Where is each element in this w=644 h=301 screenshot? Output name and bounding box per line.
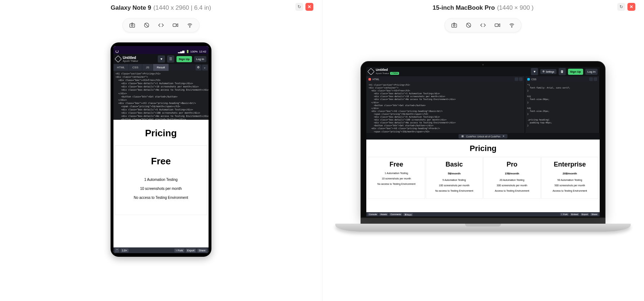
macbook-base: [335, 224, 631, 232]
share-button[interactable]: Share: [590, 213, 598, 216]
codepen-footer: ⌃ 1.0× ⑂ Fork Export Share: [113, 247, 209, 253]
video-icon[interactable]: [168, 20, 183, 31]
login-button[interactable]: Log In: [194, 56, 206, 62]
android-status-bar: ▂▄▆ 🔋 100% 12:42: [113, 49, 209, 54]
close-icon[interactable]: ✕: [502, 135, 505, 138]
tier-detail: 1 Automation Testing: [370, 172, 423, 174]
device-toolbar: [444, 18, 522, 32]
comments-button[interactable]: Comments: [389, 213, 402, 216]
tier-detail: Access to Testing Environment: [543, 190, 597, 192]
export-button[interactable]: Export: [581, 213, 589, 216]
tab-result[interactable]: Result: [153, 64, 169, 71]
device-toolbar: [122, 18, 200, 32]
trash-icon[interactable]: 🗑: [559, 68, 566, 75]
refresh-button[interactable]: ↻: [617, 3, 625, 11]
codepen-logo-icon: [367, 68, 375, 75]
pen-title[interactable]: Untitled: [123, 56, 156, 60]
close-button[interactable]: ✕: [627, 3, 635, 11]
video-icon[interactable]: [490, 20, 505, 31]
zoom-button[interactable]: 1.0×: [121, 248, 129, 252]
gear-icon[interactable]: [589, 77, 593, 81]
network-icon[interactable]: [183, 20, 197, 31]
layout-button[interactable]: ☰: [167, 55, 174, 63]
device-name-macbook: 15-inch MacBook Pro: [433, 4, 495, 12]
tier-detail: 20 Automation Testing: [485, 179, 539, 181]
rotate-icon[interactable]: [139, 20, 154, 31]
codepen-notice: ▦CodePen: Unlock all of CodePen✕: [366, 133, 600, 140]
export-button[interactable]: Export: [186, 248, 196, 252]
notice-text[interactable]: CodePen: Unlock all of CodePen: [466, 135, 500, 138]
pen-author[interactable]: Ayush Thakur+ Follow: [376, 72, 529, 75]
devtools-icon[interactable]: [154, 20, 168, 31]
battery-label: 🔋 100%: [186, 50, 198, 53]
macbook-hinge: [361, 218, 605, 224]
device-dims-macbook: (1440 × 900 ): [497, 4, 534, 12]
svg-rect-0: [130, 24, 135, 27]
fork-button[interactable]: ⑂ Fork: [560, 213, 569, 216]
code-editor-html[interactable]: <h1 class="section">Pricing</h1> <div cl…: [113, 71, 209, 120]
console-button[interactable]: Console: [368, 213, 378, 216]
gear-icon[interactable]: ⚙: [196, 65, 201, 70]
svg-point-7: [453, 25, 455, 27]
rotate-icon[interactable]: [461, 20, 476, 31]
codepen-logo-icon: [115, 55, 122, 63]
notice-icon: ▦: [461, 135, 464, 138]
svg-point-11: [512, 27, 513, 28]
tier-price: 20$/month: [543, 172, 597, 175]
heart-button[interactable]: ♥: [158, 55, 165, 63]
signup-button[interactable]: Sign Up: [568, 69, 583, 75]
tier-price: 15$/month: [485, 172, 539, 175]
tier-name: Free: [370, 161, 423, 168]
settings-button[interactable]: ⚙ Settings: [540, 69, 556, 74]
refresh-button[interactable]: ↻: [295, 3, 303, 11]
login-button[interactable]: Log In: [585, 69, 598, 75]
keys-button[interactable]: ⌘Keys: [403, 213, 412, 216]
heart-button[interactable]: ♥: [531, 68, 538, 75]
assets-button[interactable]: Assets: [379, 213, 388, 216]
tab-js[interactable]: JS: [142, 64, 153, 71]
tier-detail: Access to Testing Environment: [485, 190, 539, 192]
tier-detail: 100 screenshots per month: [428, 184, 481, 187]
svg-rect-4: [173, 24, 176, 27]
pricing-tier-basic: Basic 5$/month 5 Automation Testing 100 …: [426, 157, 483, 199]
chevron-down-icon[interactable]: ⌄: [202, 65, 208, 70]
devtools-icon[interactable]: [476, 20, 490, 31]
editor-panel-css: CSS *{ font-family: Arial, sans-serif; }…: [525, 76, 600, 133]
codepen-header: Untitled Ayush Thakur ♥ ☰ Sign Up Log In: [113, 54, 209, 64]
tier-detail: 50 Automation Testing: [543, 179, 597, 181]
code-editor-html[interactable]: <h1 class="section">Pricing</h1> <div cl…: [366, 82, 525, 133]
svg-line-3: [145, 23, 149, 27]
pricing-tier-enterprise: Enterprise 20$/month 50 Automation Testi…: [541, 157, 599, 199]
html-badge-icon: [368, 78, 371, 81]
result-preview-desktop[interactable]: Pricing Free 1 Automation Testing 10 scr…: [366, 140, 600, 212]
pro-badge: + Follow: [390, 72, 399, 75]
panel-label-html: HTML: [372, 78, 379, 81]
share-button[interactable]: Share: [197, 248, 207, 252]
pen-author[interactable]: Ayush Thakur: [123, 60, 156, 63]
chevron-up-icon[interactable]: ⌃: [115, 248, 119, 252]
pen-title[interactable]: Untitled: [376, 68, 529, 72]
css-badge-icon: [527, 78, 530, 81]
signup-button[interactable]: Sign Up: [176, 56, 192, 62]
screenshot-icon[interactable]: [125, 20, 139, 31]
tier-detail: 300 screenshots per month: [485, 184, 539, 187]
codepen-footer: Console Assets Comments ⌘Keys ⑂ Fork Emb…: [366, 212, 600, 216]
clock-label: 12:42: [199, 50, 206, 53]
tab-css[interactable]: CSS: [129, 64, 142, 71]
result-preview-mobile[interactable]: Pricing Free 1 Automation Testing 10 scr…: [113, 120, 209, 247]
device-dims-phone: (1440 x 2960 | 6.4 in): [153, 4, 211, 12]
screenshot-icon[interactable]: [447, 20, 461, 31]
tier-detail: 10 screenshots per month: [370, 177, 423, 180]
network-icon[interactable]: [505, 20, 519, 31]
chevron-down-icon[interactable]: [519, 77, 523, 81]
pricing-heading: Pricing: [366, 144, 600, 153]
chevron-down-icon[interactable]: [594, 77, 597, 81]
svg-point-1: [131, 25, 133, 27]
close-button[interactable]: ✕: [305, 3, 313, 11]
embed-button[interactable]: Embed: [570, 213, 579, 216]
fork-button[interactable]: ⑂ Fork: [174, 248, 184, 252]
code-editor-css[interactable]: *{ font-family: Arial, sans-serif; } h1{…: [525, 82, 599, 133]
preview-pane-phone: Galaxy Note 9 (1440 x 2960 | 6.4 in) ↻ ✕: [0, 0, 322, 301]
tab-html[interactable]: HTML: [113, 64, 129, 71]
gear-icon[interactable]: [515, 77, 518, 81]
